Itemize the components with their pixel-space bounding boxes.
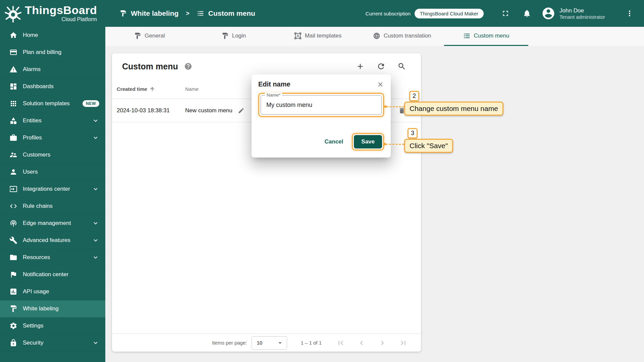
tab-mail-templates[interactable]: Mail templates (276, 27, 360, 46)
user-role: Tenant administrator (559, 14, 605, 20)
paint-roller-icon (134, 32, 141, 40)
sidebar-item-advanced-features[interactable]: Advanced features (0, 232, 105, 249)
dialog-actions: Cancel Save (258, 133, 384, 150)
name-input[interactable] (266, 102, 376, 109)
sidebar-item-alarms[interactable]: Alarms (0, 61, 105, 78)
annotation-step-3-text: Click "Save" (404, 139, 453, 153)
breadcrumb-current: Custom menu (208, 9, 255, 17)
sidebar-item-label: Integrations center (23, 186, 87, 192)
sidebar-item-integrations-center[interactable]: Integrations center (0, 181, 105, 198)
chevron-down-icon (92, 185, 99, 193)
page-size-value: 10 (257, 340, 262, 346)
app-title: ThingsBoard (25, 4, 97, 16)
app-subtitle: Cloud Platform (25, 16, 97, 22)
sidebar-item-users[interactable]: Users (0, 164, 105, 181)
sidebar-item-label: Resources (23, 254, 87, 261)
sidebar-item-api-usage[interactable]: API usage (0, 283, 105, 300)
paint-roller-icon (221, 32, 229, 40)
sidebar-item-notification-center[interactable]: Notification center (0, 266, 105, 283)
sidebar-item-plan-and-billing[interactable]: Plan and billing (0, 44, 105, 61)
sidebar-item-label: Alarms (23, 66, 99, 73)
previous-page-button[interactable] (357, 339, 366, 347)
more-vert-icon[interactable] (625, 9, 634, 18)
subscription-plan-chip[interactable]: ThingsBoard Cloud Maker (415, 9, 484, 18)
format-shapes-icon (294, 32, 302, 40)
notifications-bell-icon[interactable] (523, 9, 531, 18)
chevron-down-icon (92, 254, 99, 261)
fullscreen-icon[interactable] (501, 9, 510, 18)
next-page-button[interactable] (378, 339, 387, 347)
cancel-button[interactable]: Cancel (325, 138, 343, 145)
sidebar-item-security[interactable]: Security (0, 335, 105, 352)
lock-icon (9, 339, 17, 347)
refresh-button[interactable] (377, 62, 385, 71)
sidebar-item-label: Home (23, 32, 99, 39)
tab-custom-menu[interactable]: Custom menu (444, 27, 528, 46)
page-size-select[interactable]: 10 (252, 336, 287, 350)
sidebar-item-edge-management[interactable]: Edge management (0, 215, 105, 232)
sidebar-item-label: Profiles (23, 134, 87, 141)
sidebar-item-home[interactable]: Home (0, 27, 105, 44)
dialog-header: Edit name (258, 80, 384, 88)
add-button[interactable] (356, 62, 365, 71)
sidebar-item-label: Plan and billing (23, 49, 99, 56)
input-icon (9, 185, 17, 193)
list-icon (197, 10, 204, 17)
sidebar-item-settings[interactable]: Settings (0, 317, 105, 335)
column-header-label: Created time (117, 86, 147, 92)
breadcrumb-separator: > (186, 10, 190, 17)
items-per-page-label: Items per page: (212, 340, 247, 346)
last-page-button[interactable] (399, 339, 408, 347)
language-globe-icon (373, 32, 380, 40)
sidebar-item-label: Rule chains (23, 203, 99, 209)
table-paginator: Items per page: 10 1 – 1 of 1 (112, 334, 421, 352)
sidebar-item-solution-templates[interactable]: Solution templates NEW (0, 95, 105, 112)
name-field-label: Name* (265, 93, 282, 98)
tab-label: General (145, 33, 165, 39)
avatar[interactable] (541, 6, 555, 20)
app-root: ThingsBoard Cloud Platform Home Plan and… (0, 0, 644, 362)
table-actions (356, 62, 406, 71)
save-button[interactable]: Save (354, 135, 382, 148)
sidebar-item-label: Solution templates (23, 100, 77, 107)
search-button[interactable] (397, 62, 406, 71)
briefcase-icon (9, 134, 17, 142)
folder-icon (9, 253, 17, 261)
tab-label: Login (232, 33, 246, 39)
sidebar-item-profiles[interactable]: Profiles (0, 129, 105, 146)
topbar-right: Current subscription ThingsBoard Cloud M… (366, 6, 634, 20)
sidebar-item-dashboards[interactable]: Dashboards (0, 78, 105, 95)
annotation-connector-line (386, 144, 404, 145)
chevron-down-icon (92, 220, 99, 227)
sidebar-item-label: Entities (23, 117, 87, 124)
tab-custom-translation[interactable]: Custom translation (360, 27, 444, 46)
credit-card-icon (9, 48, 17, 56)
tab-login[interactable]: Login (192, 27, 276, 46)
flag-icon (9, 270, 17, 279)
sidebar-item-label: Dashboards (23, 83, 99, 90)
page-range-label: 1 – 1 of 1 (301, 340, 322, 346)
sidebar-item-rule-chains[interactable]: Rule chains (0, 198, 105, 215)
category-icon (9, 117, 17, 125)
breadcrumb-parent[interactable]: White labeling (131, 9, 178, 17)
user-info: John Doe Tenant administrator (559, 7, 605, 20)
edit-pencil-icon[interactable] (238, 107, 245, 114)
first-page-button[interactable] (336, 339, 345, 347)
sidebar-item-entities[interactable]: Entities (0, 112, 105, 129)
sidebar-item-white-labeling[interactable]: White labeling (0, 300, 105, 317)
close-icon[interactable] (377, 81, 384, 88)
apps-icon (9, 100, 17, 108)
dialog-title: Edit name (258, 80, 290, 88)
chevron-down-icon (92, 117, 99, 124)
tab-general[interactable]: General (107, 27, 192, 46)
app-logo[interactable]: ThingsBoard Cloud Platform (0, 0, 105, 27)
sidebar-item-label: Notification center (23, 271, 99, 278)
column-header-created-time[interactable]: Created time (112, 86, 185, 92)
subscription-label: Current subscription (366, 11, 411, 16)
chevron-down-icon (92, 134, 99, 141)
sidebar-item-customers[interactable]: Customers (0, 146, 105, 164)
sidebar-item-resources[interactable]: Resources (0, 249, 105, 266)
pager-buttons (336, 339, 408, 347)
edit-name-dialog: Edit name Name* Cancel Save (252, 74, 391, 158)
help-icon[interactable] (184, 62, 192, 70)
